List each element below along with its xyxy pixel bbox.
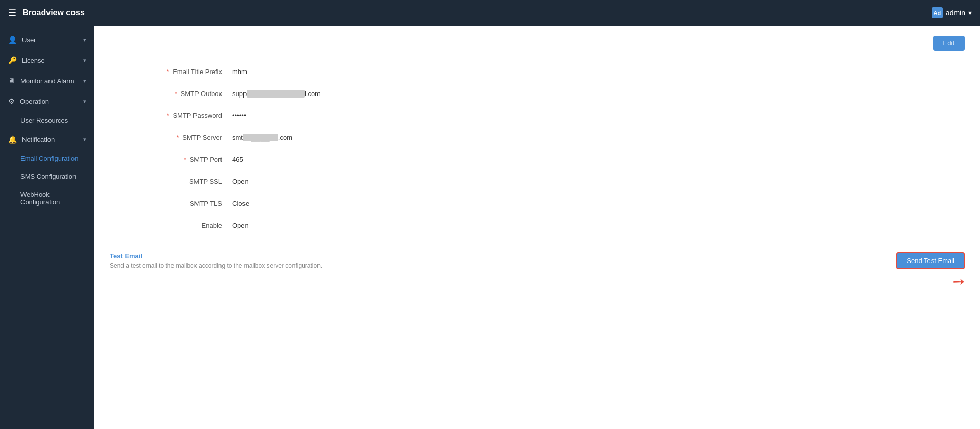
label-smtp-server: * SMTP Server <box>130 134 232 141</box>
sidebar-label-notification: Notification <box>22 136 55 144</box>
hamburger-icon[interactable]: ☰ <box>8 7 16 18</box>
chevron-down-icon: ▾ <box>83 136 86 143</box>
monitor-icon: 🖥 <box>8 77 15 85</box>
layout: 👤 User ▾ 🔑 License ▾ 🖥 Monitor and Alarm… <box>0 26 980 429</box>
main-content: Edit * Email Title Prefix mhm * SMTP Out… <box>94 26 980 429</box>
test-email-title: Test Email <box>110 252 896 260</box>
required-star: * <box>167 112 169 120</box>
form-row-smtp-outbox: * SMTP Outbox supp████████l.com <box>130 83 944 105</box>
arrow-container: ➚ <box>953 273 965 290</box>
chevron-icon: ▾ <box>83 98 86 105</box>
chevron-icon: ▾ <box>83 37 86 43</box>
sidebar-item-user[interactable]: 👤 User ▾ <box>0 30 94 50</box>
value-smtp-port: 465 <box>232 156 243 163</box>
chevron-down-icon: ▾ <box>968 9 972 17</box>
form-row-enable: Enable Open <box>130 214 944 236</box>
form-row-smtp-ssl: SMTP SSL Open <box>130 171 944 193</box>
sidebar-item-monitor-alarm[interactable]: 🖥 Monitor and Alarm ▾ <box>0 70 94 91</box>
user-name: admin <box>946 9 965 17</box>
edit-button[interactable]: Edit <box>933 36 965 51</box>
label-smtp-password: * SMTP Password <box>130 112 232 120</box>
sidebar-label-user: User <box>22 36 36 44</box>
sidebar-label-webhook-config: WebHook Configuration <box>20 190 60 206</box>
value-enable: Open <box>232 222 249 229</box>
admin-avatar: Ad <box>932 7 943 18</box>
sidebar-label-email-config: Email Configuration <box>20 155 78 162</box>
license-icon: 🔑 <box>8 56 17 64</box>
sidebar-label-license: License <box>22 57 45 64</box>
value-smtp-server: smt████.com <box>232 134 292 141</box>
form-row-smtp-password: * SMTP Password •••••• <box>130 105 944 127</box>
red-arrow-icon: ➚ <box>949 272 969 292</box>
header-left: ☰ Broadview coss <box>8 7 85 18</box>
header: ☰ Broadview coss Ad admin ▾ <box>0 0 980 26</box>
required-star: * <box>175 90 177 98</box>
label-smtp-ssl: SMTP SSL <box>130 178 232 185</box>
test-email-description: Send a test email to the mailbox accordi… <box>110 262 896 269</box>
notification-icon: 🔔 <box>8 135 17 144</box>
user-menu[interactable]: Ad admin ▾ <box>932 7 972 18</box>
label-email-title-prefix: * Email Title Prefix <box>130 68 232 76</box>
sidebar: 👤 User ▾ 🔑 License ▾ 🖥 Monitor and Alarm… <box>0 26 94 429</box>
sidebar-item-user-resources[interactable]: User Resources <box>0 111 94 129</box>
send-test-email-button[interactable]: Send Test Email <box>896 252 965 269</box>
sidebar-item-webhook-config[interactable]: WebHook Configuration <box>0 185 94 211</box>
form-row-smtp-tls: SMTP TLS Close <box>130 193 944 214</box>
test-email-right: Send Test Email ➚ <box>896 252 965 290</box>
label-smtp-tls: SMTP TLS <box>130 200 232 207</box>
sidebar-item-email-config[interactable]: Email Configuration <box>0 150 94 168</box>
app-title: Broadview coss <box>22 8 85 17</box>
required-star: * <box>177 134 179 141</box>
label-smtp-port: * SMTP Port <box>130 156 232 163</box>
value-smtp-ssl: Open <box>232 178 249 185</box>
sidebar-item-operation[interactable]: ⚙ Operation ▾ <box>0 91 94 111</box>
edit-btn-container: Edit <box>110 36 965 51</box>
operation-icon: ⚙ <box>8 97 15 105</box>
form-row-smtp-port: * SMTP Port 465 <box>130 149 944 171</box>
required-star: * <box>167 68 169 76</box>
form-row-email-title-prefix: * Email Title Prefix mhm <box>130 61 944 83</box>
chevron-icon: ▾ <box>83 78 86 84</box>
label-smtp-outbox: * SMTP Outbox <box>130 90 232 98</box>
form-section: * Email Title Prefix mhm * SMTP Outbox s… <box>110 61 965 236</box>
sidebar-label-user-resources: User Resources <box>20 116 68 124</box>
sidebar-item-sms-config[interactable]: SMS Configuration <box>0 168 94 185</box>
sidebar-item-notification[interactable]: 🔔 Notification ▾ <box>0 129 94 150</box>
value-smtp-outbox: supp████████l.com <box>232 90 321 98</box>
test-email-section: Test Email Send a test email to the mail… <box>110 252 965 290</box>
sidebar-label-monitor: Monitor and Alarm <box>20 77 75 85</box>
chevron-icon: ▾ <box>83 57 86 64</box>
sidebar-label-operation: Operation <box>20 98 49 105</box>
sidebar-item-license[interactable]: 🔑 License ▾ <box>0 50 94 70</box>
user-icon: 👤 <box>8 36 17 44</box>
section-divider <box>110 242 965 242</box>
sidebar-label-sms-config: SMS Configuration <box>20 173 76 180</box>
form-row-smtp-server: * SMTP Server smt████.com <box>130 127 944 149</box>
test-email-info: Test Email Send a test email to the mail… <box>110 252 896 269</box>
value-smtp-tls: Close <box>232 200 249 207</box>
value-smtp-password: •••••• <box>232 112 246 120</box>
label-enable: Enable <box>130 222 232 229</box>
required-star: * <box>184 156 186 163</box>
value-email-title-prefix: mhm <box>232 68 247 76</box>
